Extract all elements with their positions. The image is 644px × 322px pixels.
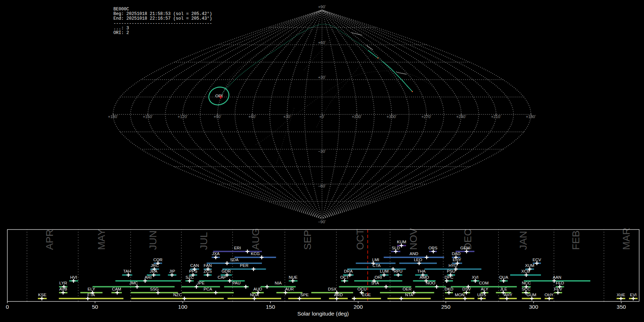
svg-text:MAR: MAR xyxy=(621,228,632,250)
svg-text:KCG: KCG xyxy=(251,251,260,256)
svg-text:LEO: LEO xyxy=(414,257,422,262)
svg-text:JMC: JMC xyxy=(129,280,138,285)
svg-text:SDA: SDA xyxy=(230,257,239,262)
svg-text:XVI: XVI xyxy=(472,275,479,279)
svg-text:+90°: +90° xyxy=(214,114,221,119)
svg-text:KUM: KUM xyxy=(397,239,406,244)
svg-text:PAU: PAU xyxy=(232,280,240,285)
svg-text:ELY: ELY xyxy=(88,287,95,291)
svg-text:+300°: +300° xyxy=(387,114,397,119)
svg-text:...: 3: ...: 3 xyxy=(113,26,129,31)
svg-text:SSG: SSG xyxy=(150,287,158,291)
svg-text:DPC: DPC xyxy=(445,275,453,279)
svg-text:OCU: OCU xyxy=(357,287,367,291)
svg-text:250: 250 xyxy=(441,304,450,310)
svg-text:+120°: +120° xyxy=(178,114,188,119)
svg-text:0: 0 xyxy=(6,304,9,310)
svg-text:+90°: +90° xyxy=(318,5,326,9)
svg-text:JRC: JRC xyxy=(151,263,159,268)
svg-text:GUM: GUM xyxy=(527,292,536,297)
svg-text:HVI: HVI xyxy=(70,275,77,279)
svg-text:JUL: JUL xyxy=(198,232,209,250)
svg-text:LYR: LYR xyxy=(59,280,67,285)
svg-text:DKD: DKD xyxy=(445,287,453,291)
svg-text:ORI: 2: ORI: 2 xyxy=(113,30,129,35)
svg-text:AND: AND xyxy=(410,251,418,256)
svg-text:200: 200 xyxy=(353,304,363,310)
svg-text:AMO: AMO xyxy=(420,275,429,279)
svg-text:Solar longitude (deg): Solar longitude (deg) xyxy=(297,311,349,317)
svg-text:THA: THA xyxy=(417,269,425,273)
svg-text:End: 20251018 22:16:57 (sol =: End: 20251018 22:16:57 (sol = 205.43°) xyxy=(113,16,212,21)
svg-text:EVI: EVI xyxy=(630,292,637,297)
svg-text:SCC: SCC xyxy=(522,287,530,291)
svg-text:NOO: NOO xyxy=(426,280,435,285)
svg-text:ORS: ORS xyxy=(428,245,437,250)
svg-text:ZCS: ZCS xyxy=(204,269,212,273)
svg-text:ARD: ARD xyxy=(334,292,343,297)
svg-text:DAD: DAD xyxy=(452,251,460,256)
svg-text:ERI: ERI xyxy=(234,245,241,250)
svg-text:AUR: AUR xyxy=(285,287,294,291)
svg-text:CAP: CAP xyxy=(218,275,226,279)
svg-text:MON: MON xyxy=(455,292,464,297)
svg-text:JXA: JXA xyxy=(212,251,220,256)
svg-text:PSU: PSU xyxy=(447,269,455,273)
svg-text:XUM: XUM xyxy=(525,263,535,268)
svg-text:−60°: −60° xyxy=(318,184,326,188)
svg-text:LUM: LUM xyxy=(380,269,389,273)
svg-text:DRA: DRA xyxy=(344,269,353,273)
svg-text:KSE: KSE xyxy=(38,292,47,297)
svg-text:OCT: OCT xyxy=(340,275,349,279)
svg-text:+150°: +150° xyxy=(143,114,153,119)
svg-text:HYD: HYD xyxy=(449,263,457,268)
svg-text:−90°: −90° xyxy=(318,220,326,224)
svg-text:Beg: 20251018 21:58:53 (sol =: Beg: 20251018 21:58:53 (sol = 205.42°) xyxy=(113,11,212,16)
svg-text:+30°: +30° xyxy=(318,75,326,79)
svg-text:DSV: DSV xyxy=(462,287,471,291)
svg-text:URS: URS xyxy=(477,292,486,297)
svg-text:COR: COR xyxy=(153,257,162,262)
svg-text:QUA: QUA xyxy=(499,275,508,279)
svg-text:MAY: MAY xyxy=(96,229,107,250)
svg-text:ALY: ALY xyxy=(481,287,488,291)
svg-text:XHE: XHE xyxy=(617,292,625,297)
svg-text:JLE: JLE xyxy=(500,287,507,291)
svg-text:SEP: SEP xyxy=(302,230,313,250)
svg-text:CAN: CAN xyxy=(190,263,199,268)
svg-text:FTA: FTA xyxy=(87,292,95,297)
svg-text:AUD: AUD xyxy=(253,287,262,291)
svg-text:PPS: PPS xyxy=(189,269,197,273)
svg-text:BE000C: BE000C xyxy=(113,7,129,12)
svg-text:OCT: OCT xyxy=(355,229,366,250)
svg-text:−30°: −30° xyxy=(318,149,326,153)
svg-text:300: 300 xyxy=(529,304,538,310)
svg-text:AAN: AAN xyxy=(553,275,561,279)
svg-text:APR: APR xyxy=(44,229,55,250)
svg-text:EHY: EHY xyxy=(453,257,461,262)
svg-text:JIP: JIP xyxy=(169,269,175,273)
svg-text:50: 50 xyxy=(92,304,98,310)
svg-text:SZC: SZC xyxy=(185,275,194,279)
svg-text:OER: OER xyxy=(402,287,411,291)
svg-text:NUE: NUE xyxy=(289,275,298,279)
svg-text:FEV: FEV xyxy=(554,287,562,291)
svg-text:XCB: XCB xyxy=(521,269,530,273)
svg-text:350: 350 xyxy=(617,304,626,310)
svg-text:FEB: FEB xyxy=(570,230,581,250)
svg-text:+180°: +180° xyxy=(108,114,118,119)
svg-text:NZC: NZC xyxy=(173,292,182,297)
svg-text:CTA: CTA xyxy=(372,263,381,268)
svg-text:AHY: AHY xyxy=(504,292,512,297)
svg-text:ECV: ECV xyxy=(533,257,541,262)
svg-text:+330°: +330° xyxy=(352,114,362,119)
svg-text:+60°: +60° xyxy=(318,40,326,45)
svg-text:GDR: GDR xyxy=(221,269,231,273)
svg-text:JPE: JPE xyxy=(197,280,205,285)
svg-text:NOV: NOV xyxy=(408,228,419,250)
svg-text:PCA: PCA xyxy=(204,287,212,291)
svg-text:OHY: OHY xyxy=(545,292,553,297)
svg-text:AVB: AVB xyxy=(59,287,68,291)
svg-text:DSX: DSX xyxy=(328,287,337,291)
svg-text:+240°: +240° xyxy=(456,114,466,119)
